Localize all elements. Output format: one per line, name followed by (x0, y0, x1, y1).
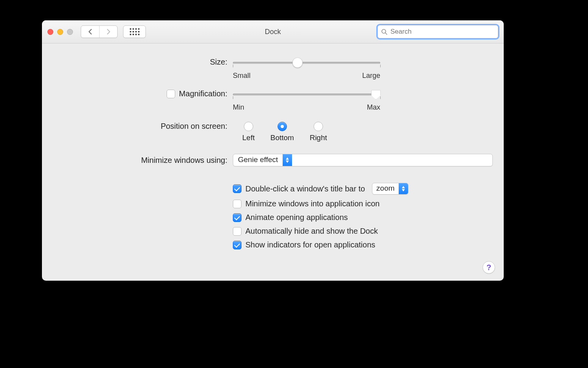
preference-pane-body: Size: Small Large (42, 43, 504, 256)
nav-back-forward (81, 25, 118, 38)
minimize-window-button[interactable] (57, 29, 63, 35)
size-slider[interactable] (233, 58, 380, 68)
size-label: Size: (53, 57, 233, 67)
double-click-action-popup[interactable]: zoom (372, 183, 408, 195)
show-indicators-checkbox[interactable] (233, 241, 241, 249)
svg-line-1 (385, 33, 387, 34)
size-min-label: Small (233, 72, 250, 80)
magnification-label: Magnification: (179, 89, 227, 98)
size-row: Size: Small Large (53, 57, 493, 80)
grid-icon (130, 28, 140, 35)
animate-opening-checkbox[interactable] (233, 213, 241, 222)
chevron-left-icon (88, 29, 93, 35)
double-click-checkbox[interactable] (233, 184, 241, 193)
toolbar: Dock (42, 20, 504, 43)
autohide-label: Automatically hide and show the Dock (245, 227, 378, 236)
position-row: Position on screen: Left Bottom (53, 120, 493, 142)
animate-opening-option: Animate opening applications (233, 213, 493, 222)
zoom-window-button[interactable] (67, 29, 73, 35)
preferences-window: Dock Size: Small (42, 20, 504, 281)
show-indicators-option: Show indicators for open applications (233, 240, 493, 249)
size-slider-knob[interactable] (292, 58, 303, 68)
magnification-slider[interactable] (233, 89, 380, 99)
double-click-action-value: zoom (372, 183, 398, 194)
forward-button[interactable] (99, 26, 117, 38)
chevron-right-icon (106, 29, 111, 35)
help-icon: ? (486, 263, 491, 272)
search-icon (381, 29, 387, 35)
show-all-button[interactable] (123, 25, 146, 38)
window-controls (47, 29, 73, 35)
double-click-option: Double-click a window's title bar to zoo… (233, 183, 493, 195)
position-bottom-radio[interactable] (278, 122, 287, 131)
minimize-effect-value: Genie effect (233, 154, 283, 166)
position-bottom-label: Bottom (270, 133, 294, 142)
minimize-into-app-label: Minimize windows into application icon (245, 199, 379, 208)
minimize-into-app-checkbox[interactable] (233, 200, 241, 208)
position-left-radio[interactable] (244, 122, 253, 131)
position-right-label: Right (310, 133, 327, 142)
help-button[interactable]: ? (483, 261, 495, 274)
search-input[interactable] (390, 27, 495, 36)
magnification-max-label: Max (367, 103, 380, 112)
autohide-checkbox[interactable] (233, 227, 241, 236)
search-field[interactable] (377, 25, 498, 38)
size-max-label: Large (362, 72, 380, 80)
show-indicators-label: Show indicators for open applications (245, 240, 375, 249)
magnification-min-label: Min (233, 103, 244, 112)
magnification-row: Magnification: Min Max (53, 88, 493, 112)
animate-opening-label: Animate opening applications (245, 213, 348, 222)
minimize-effect-row: Minimize windows using: Genie effect (53, 154, 493, 166)
minimize-effect-label: Minimize windows using: (53, 156, 233, 165)
double-click-label: Double-click a window's title bar to (245, 184, 365, 193)
close-window-button[interactable] (47, 29, 53, 35)
popup-stepper-icon (399, 183, 408, 194)
options-row: Double-click a window's title bar to zoo… (53, 180, 493, 249)
position-right-radio[interactable] (314, 122, 323, 131)
position-left-label: Left (242, 133, 255, 142)
minimize-effect-popup[interactable]: Genie effect (233, 154, 493, 166)
magnification-slider-knob[interactable] (371, 90, 381, 99)
back-button[interactable] (81, 26, 99, 38)
minimize-into-app-option: Minimize windows into application icon (233, 199, 493, 208)
popup-stepper-icon (283, 154, 292, 166)
position-label: Position on screen: (53, 120, 233, 131)
magnification-checkbox[interactable] (167, 90, 175, 98)
autohide-option: Automatically hide and show the Dock (233, 227, 493, 236)
